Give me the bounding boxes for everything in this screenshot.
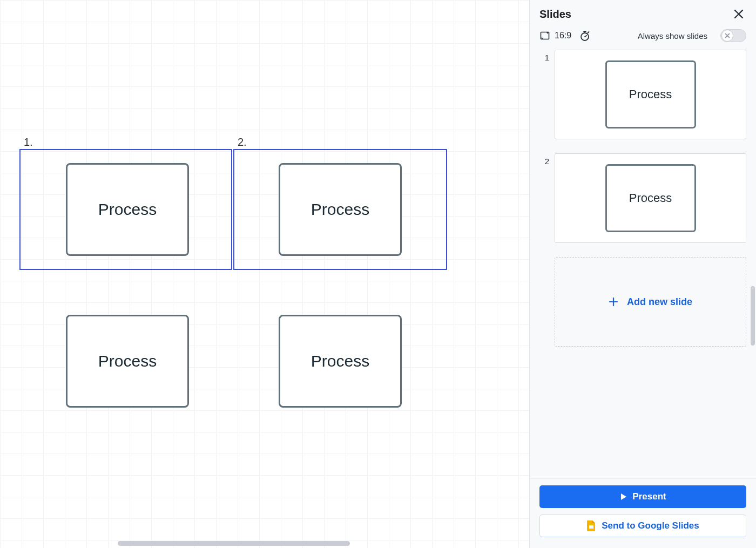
add-slide-label: Add new slide [627, 296, 692, 308]
panel-toolbar: 16:9 Always show slides [530, 27, 756, 50]
horizontal-scrollbar-track[interactable] [0, 538, 529, 548]
google-slides-label: Send to Google Slides [602, 520, 699, 531]
stopwatch-icon [579, 30, 591, 42]
panel-footer: Present Send to Google Slides [530, 478, 756, 548]
process-shape[interactable]: Process [66, 315, 189, 408]
horizontal-scrollbar-thumb[interactable] [118, 541, 350, 546]
thumbnail-shape: Process [605, 60, 696, 128]
canvas-area[interactable]: 1. Process 2. Process Process Process [0, 0, 529, 548]
add-new-slide-button[interactable]: Add new slide [555, 257, 746, 347]
google-slides-icon [586, 520, 596, 532]
panel-title: Slides [539, 8, 571, 21]
slide-thumbnail-row: 2 Process [539, 153, 746, 243]
svg-rect-2 [589, 525, 593, 529]
slide-number: 1 [539, 50, 549, 62]
shape-label: Process [311, 200, 369, 219]
frame-label: 2. [238, 136, 247, 148]
present-button[interactable]: Present [539, 485, 746, 508]
close-icon [734, 9, 744, 19]
play-icon [619, 493, 627, 500]
send-to-google-slides-button[interactable]: Send to Google Slides [539, 515, 746, 537]
present-label: Present [632, 491, 666, 502]
slide-thumbnail-2[interactable]: Process [555, 153, 746, 243]
process-shape[interactable]: Process [279, 163, 402, 256]
panel-header: Slides [530, 0, 756, 27]
shape-label: Process [98, 352, 157, 370]
always-show-slides-toggle[interactable] [720, 29, 746, 42]
aspect-ratio-icon [539, 30, 550, 41]
aspect-ratio-label: 16:9 [555, 31, 571, 40]
slide-thumbnail-1[interactable]: Process [555, 50, 746, 139]
slide-number: 2 [539, 153, 549, 166]
process-shape[interactable]: Process [279, 315, 402, 408]
slides-panel: Slides 16:9 Always show slides [529, 0, 756, 548]
aspect-ratio-button[interactable]: 16:9 [539, 30, 571, 41]
slide-thumbnail-row: 1 Process [539, 50, 746, 139]
shape-label: Process [98, 200, 157, 219]
x-icon [725, 33, 730, 38]
app-root: 1. Process 2. Process Process Process [0, 0, 756, 548]
canvas-grid[interactable]: 1. Process 2. Process Process Process [0, 0, 529, 548]
slides-list[interactable]: 1 Process 2 Process A [530, 50, 756, 478]
panel-scrollbar-thumb[interactable] [751, 286, 755, 346]
thumbnail-shape: Process [605, 164, 696, 232]
slide-timer-button[interactable] [579, 30, 591, 42]
thumbnail-shape-label: Process [629, 191, 672, 205]
plus-icon [609, 297, 618, 307]
process-shape[interactable]: Process [66, 163, 189, 256]
shape-label: Process [311, 352, 369, 370]
close-panel-button[interactable] [731, 6, 746, 22]
always-show-slides-label: Always show slides [638, 31, 707, 40]
toggle-knob [721, 30, 733, 42]
frame-label: 1. [24, 136, 33, 148]
thumbnail-shape-label: Process [629, 87, 672, 102]
